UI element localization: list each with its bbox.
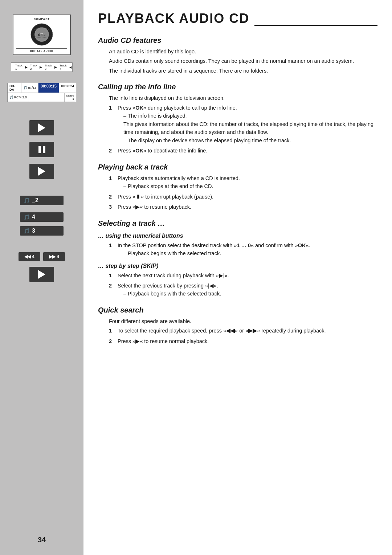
rewind-button[interactable]: ◀◀ 4 [19,252,40,261]
track-num-display-2: 🎵 4 [20,212,64,222]
info-cell-track-num: 🎵 01/14 [21,83,38,93]
audio-cd-para3: The individual tracks are stored in a se… [109,67,377,75]
info-cell-pcm: 🎵 PCM 2.0 [8,93,29,102]
info-cell-empty [29,93,65,102]
skip-step2-main: Select the previous track by pressing »|… [118,283,218,289]
info-display-box: CD-DA 🎵 01/14 00:00:15 00:03:24 🎵 PCM 2.… [7,83,76,102]
pb-step-num-3: 3 [109,203,115,211]
cd-logo-box: COMPACT disc DIGITAL AUDIO [13,15,71,55]
track-bar-t2: Track 2 [29,64,38,70]
track-num-display-1: 🎵 _2 [20,196,64,205]
quick-search-row: ◀◀ 4 ▶▶ 4 [19,252,65,261]
play-resume-button-icon[interactable] [29,164,54,179]
section-playing-back-title: Playing back a track [98,163,377,171]
track-icon-3: 🎵 [24,228,30,234]
numerical-step1-sub: – Playback begins with the selected trac… [123,249,377,257]
play-resume-bottom-section [7,267,77,284]
qs-step2-main: Press »▶« to resume normal playback. [118,338,209,344]
pb-step-num-1: 1 [109,174,115,191]
skip-step2-sub: – Playback begins with the selected trac… [123,290,377,298]
info-cell-cdda: CD-DA [8,83,21,93]
cd-logo-top-text: COMPACT [34,17,50,21]
qs-step-num-1: 1 [109,327,115,335]
info-cell-mbit: Mbit/s 1 [65,93,76,102]
calling-info-step2: 2 Press »OK« to deactivate the info line… [109,147,377,155]
play-resume-triangle [38,167,45,176]
section-calling-info-title: Calling up the info line [98,83,377,91]
playing-back-step2-main: Press »⏸« to interrupt playback (pause). [118,194,213,200]
numerical-step1-main: In the STOP position select the desired … [118,242,310,248]
track-num-value-1: _2 [32,197,38,204]
calling-info-step2-main: Press »OK« to deactivate the info line. [118,148,207,154]
page-title-line [254,25,377,26]
quick-search-intro: Four different speeds are available. [109,317,377,325]
subsection-numerical-title: … using the numerical buttons [98,233,377,239]
track-icon-2: 🎵 [24,214,30,220]
info-cell-time-elapsed: 00:00:15 [38,83,59,93]
skip-step-num-1: 1 [109,272,115,279]
skip-step-num-2: 2 [109,282,115,298]
track-bar-t1: Track 1 [14,64,24,70]
main-content: PLAYBACK AUDIO CD Audio CD features An a… [83,0,392,555]
qs-step1-main: To select the required playback speed, p… [118,328,326,334]
step-num-1: 1 [109,104,115,144]
pause-button-icon[interactable] [29,142,54,157]
section-quick-search-title: Quick search [98,306,377,314]
skip-step1-main: Select the next track during playback wi… [118,273,229,278]
pause-button-section [7,142,77,159]
forward-button[interactable]: ▶▶ 4 [43,252,65,261]
info-display-row1: CD-DA 🎵 01/14 00:00:15 00:03:24 [8,83,76,93]
track-bar-box: Track 1 ▶ Track 2 ▶ Track 3 ▶ Track 4 ◀ [11,62,73,72]
calling-info-step1: 1 Press »OK« during playback to call up … [109,104,377,144]
svg-text:disc: disc [38,33,45,37]
skip-step2: 2 Select the previous track by pressing … [109,282,377,298]
track-num-section-2-3: 🎵 4 🎵 3 [7,212,77,238]
track-bar-t3: Track 3 [44,64,53,70]
page-number: 34 [38,525,46,544]
qs-step1: 1 To select the required playback speed,… [109,327,377,335]
play-button-icon[interactable] [29,120,54,135]
info-display-row2: 🎵 PCM 2.0 Mbit/s 1 [8,93,76,102]
pause-bars [38,146,45,153]
playing-back-step1: 1 Playback starts automatically when a C… [109,174,377,191]
section-selecting-track-title: Selecting a track … [98,219,377,228]
subsection-skip-title: … step by step (SKIP) [98,263,377,269]
skip-step1: 1 Select the next track during playback … [109,272,377,279]
play-resume-bottom-icon[interactable] [29,267,54,282]
track-icon-1: 🎵 [24,197,30,203]
calling-info-step1-sub2: This gives information about the CD: the… [123,120,377,136]
audio-cd-para1: An audio CD is identified by this logo. [109,48,377,56]
pause-bar-right [43,146,45,153]
track-num-value-3: 3 [32,228,35,234]
play-button-section [7,120,77,138]
play-triangle [38,123,45,132]
numerical-step1: 1 In the STOP position select the desire… [109,241,377,258]
calling-info-step1-sub3: – The display on the device shows the el… [123,136,377,144]
step-num-2: 2 [109,147,115,155]
track-num-display-3: 🎵 3 [20,226,64,236]
track-num-value-2: 4 [32,214,35,220]
num-step-num-1: 1 [109,241,115,258]
playing-back-step3-main: Press »▶« to resume playback. [118,204,191,210]
calling-info-step1-main: Press »OK« during playback to call up th… [118,105,237,111]
info-cell-time-remaining: 00:03:24 [59,83,76,93]
qs-step-num-2: 2 [109,337,115,345]
pause-bar-left [38,146,41,153]
playing-back-step3: 3 Press »▶« to resume playback. [109,203,377,211]
pb-step-num-2: 2 [109,193,115,201]
playing-back-step1-sub: – Playback stops at the end of the CD. [123,182,377,190]
section-audio-cd-features-title: Audio CD features [98,36,377,45]
audio-cd-para2: Audio CDs contain only sound recordings.… [109,57,377,65]
qs-step2: 2 Press »▶« to resume normal playback. [109,337,377,345]
cd-disc-icon: disc [30,23,53,46]
cd-logo-bottom-text: DIGITAL AUDIO [16,48,67,52]
calling-info-intro: The info line is displayed on the televi… [109,94,377,102]
playing-back-step2: 2 Press »⏸« to interrupt playback (pause… [109,193,377,201]
play-resume-bottom-triangle [38,270,45,279]
calling-info-step1-sub1: – The info line is displayed. [123,112,377,120]
sidebar: COMPACT disc DIGITAL AUDIO Track 1 ▶ Tra… [0,0,83,555]
page-title: PLAYBACK AUDIO CD [98,11,249,26]
track-bar-t4: Track 4 [58,64,68,70]
play-resume-button-section [7,164,77,181]
playing-back-step1-main: Playback starts automatically when a CD … [118,175,240,181]
